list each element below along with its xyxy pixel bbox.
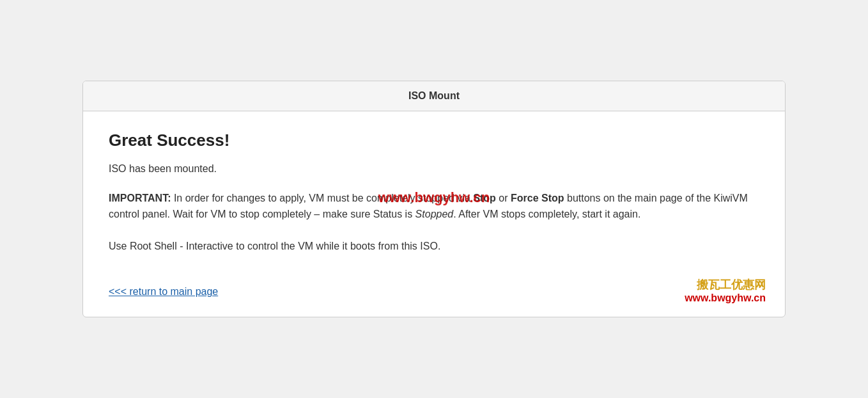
success-heading: Great Success! (109, 131, 759, 150)
return-to-main-link[interactable]: <<< return to main page (109, 286, 218, 298)
panel-body: Great Success! ISO has been mounted. IMP… (83, 111, 785, 317)
watermark-bottom-right: 搬瓦工优惠网 www.bwgyhw.cn (685, 277, 766, 304)
watermark-line1: 搬瓦工优惠网 (685, 277, 766, 292)
panel-title: ISO Mount (408, 90, 460, 101)
panel-header: ISO Mount (83, 81, 785, 111)
important-block: IMPORTANT: In order for changes to apply… (109, 190, 759, 223)
iso-mount-panel: ISO Mount Great Success! ISO has been mo… (82, 81, 786, 318)
mounted-text: ISO has been mounted. (109, 163, 759, 175)
important-text: In order for changes to apply, VM must b… (171, 193, 473, 203)
stopped-label: Stopped (415, 209, 454, 219)
after-text: . After VM stops completely, start it ag… (453, 209, 640, 219)
or-text: or (496, 193, 511, 203)
stop-label: Stop (473, 193, 496, 203)
important-label: IMPORTANT: (109, 193, 171, 203)
root-shell-text: Use Root Shell - Interactive to control … (109, 238, 759, 255)
force-stop-label: Force Stop (511, 193, 564, 203)
watermark-line2: www.bwgyhw.cn (685, 292, 766, 304)
